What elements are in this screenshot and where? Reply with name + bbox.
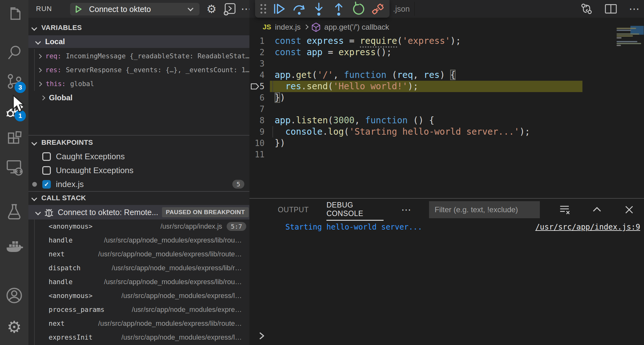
step-out-icon[interactable] [331,1,347,17]
debug-repl-prompt[interactable] [256,330,267,341]
variables-section-header[interactable]: VARIABLES [28,22,249,33]
breakpoint-checkbox[interactable] [42,152,51,161]
search-icon[interactable] [0,38,28,67]
frame-name: handle [49,237,73,244]
close-panel-icon[interactable] [622,202,636,217]
debug-settings-gear-icon[interactable]: ⚙ [204,0,219,18]
frame-path: /usr/src/app/node_modules/express/lib/ro… [77,278,242,286]
breakpoint-checkbox[interactable] [42,166,51,175]
console-output-row: Starting hello-world server... /usr/src/… [249,223,644,231]
section-divider [28,191,249,192]
variable-value: IncomingMessage {_readableState: Readabl… [66,52,249,60]
stack-frame-row[interactable]: handle/usr/src/app/node_modules/express/… [28,275,249,289]
sidebar-more-actions-icon[interactable]: ⋯ [239,0,249,18]
activity-bar: 3 1 [0,0,28,345]
variable-value: ServerResponse {_events: {…}, _eventsCou… [66,66,249,74]
stack-frame-row[interactable]: <anonymous>/usr/src/app/index.js5:7 [28,219,249,233]
chevron-down-icon [188,5,193,11]
scope-local-row[interactable]: Local [28,35,249,48]
variable-row[interactable]: res:ServerResponse {_events: {…}, _event… [28,63,249,77]
debug-toolbar [255,0,390,18]
tab-debug-console[interactable]: DEBUG CONSOLE [326,199,384,221]
console-filter-input[interactable] [429,201,540,218]
frame-name: <anonymous> [49,292,92,300]
variable-name: req: [45,52,62,60]
step-into-icon[interactable] [311,1,327,17]
launch-config-label: Connect to okteto [89,5,151,14]
editor-more-actions-icon[interactable]: ⋯ [629,3,640,15]
breakpoints-section-header[interactable]: BREAKPOINTS [28,137,249,148]
clear-console-icon[interactable] [558,202,572,217]
remote-explorer-icon[interactable] [0,153,28,181]
scope-global-label: Global [49,93,73,102]
variable-row[interactable]: this:global [28,77,249,91]
line-number: 8 [252,115,265,126]
call-stack-header-label: CALL STACK [41,194,86,202]
explorer-icon[interactable] [0,0,28,28]
line-number: 11 [252,149,265,160]
step-over-icon[interactable] [291,1,307,17]
editor-actions: ⋯ [580,0,640,18]
settings-gear-icon[interactable]: ⚙ [0,313,28,341]
continue-icon[interactable] [271,1,288,17]
frame-name: next [49,250,65,258]
tab-debug-console-label: DEBUG CONSOLE [326,201,384,218]
breadcrumb[interactable]: JS index.js app.get('/') callback [249,21,389,33]
breakpoint-row[interactable]: ✓index.js5 [28,177,249,191]
variables-list: req:IncomingMessage {_readableState: Rea… [28,49,249,91]
tab-separator [414,2,415,16]
stack-frame-row[interactable]: next/usr/src/app/node_modules/express/li… [28,247,249,261]
section-divider [28,135,249,136]
line-number: 6 [252,92,265,103]
stack-frame-row[interactable]: expressInit/usr/src/app/node_modules/exp… [28,330,249,344]
breadcrumb-symbol[interactable]: app.get('/') callback [324,23,389,32]
testing-flask-icon[interactable] [0,198,28,226]
toolbar-drag-grip[interactable] [259,2,268,16]
frame-name: next [49,320,65,327]
breakpoint-row[interactable]: Uncaught Exceptions [28,163,249,177]
frame-path: /usr/src/app/node_modules/express/lib/ro… [69,250,242,258]
frame-path: /usr/src/app/index.js [97,222,222,231]
tab-json[interactable]: .json [393,0,410,18]
launch-config-dropdown[interactable]: Connect to okteto [70,3,200,15]
restart-icon[interactable] [350,1,367,17]
console-source-link[interactable]: /usr/src/app/index.js:9 [535,223,640,231]
call-stack-section-header[interactable]: CALL STACK [28,192,249,204]
account-icon[interactable] [0,281,28,310]
stack-frame-row[interactable]: dispatch/usr/src/app/node_modules/expres… [28,261,249,275]
disconnect-icon[interactable] [370,1,386,17]
variable-row[interactable]: req:IncomingMessage {_readableState: Rea… [28,49,249,63]
minimap[interactable] [582,19,644,183]
code-text: const express = require('express'); [275,35,461,47]
variable-value: global [70,80,94,88]
debug-console-panel-icon[interactable] [222,0,237,18]
breakpoint-row[interactable]: Caught Exceptions [28,149,249,163]
maximize-panel-chevron-icon[interactable] [590,202,604,217]
scope-global-row[interactable]: Global [28,91,249,105]
paused-on-breakpoint-badge: PAUSED ON BREAKPOINT [162,207,248,217]
docker-icon[interactable] [0,231,28,259]
stack-frame-row[interactable]: next/usr/src/app/node_modules/express/li… [28,317,249,330]
session-label: Connect to okteto: Remote... [58,208,158,217]
chevron-down-icon [35,209,41,215]
indent-guide [272,81,273,92]
open-changes-icon[interactable] [580,3,593,15]
source-control-icon[interactable]: 3 [0,67,28,96]
debug-session-row[interactable]: Connect to okteto: Remote... PAUSED ON B… [28,205,249,219]
code-text: }) [275,137,285,149]
breadcrumb-file[interactable]: index.js [275,23,301,32]
stack-frame-row[interactable]: process_params/usr/src/app/node_modules/… [28,303,249,317]
line-number: 2 [252,47,265,58]
panel-more-tabs-icon[interactable]: ⋯ [401,204,411,216]
code-text: app.get('/', function (req, res) { [275,69,456,81]
tab-output[interactable]: OUTPUT [278,199,309,221]
line-number: 9 [252,126,265,137]
stack-frame-row[interactable]: <anonymous>/usr/src/app/node_modules/exp… [28,289,249,303]
indent-guide [272,126,273,137]
chevron-right-icon [40,95,45,100]
split-editor-icon[interactable] [604,3,617,15]
extensions-icon[interactable] [0,125,28,153]
stack-frame-row[interactable]: handle/usr/src/app/node_modules/express/… [28,233,249,247]
breakpoint-checkbox[interactable]: ✓ [42,180,51,189]
chevron-down-icon [31,25,37,31]
